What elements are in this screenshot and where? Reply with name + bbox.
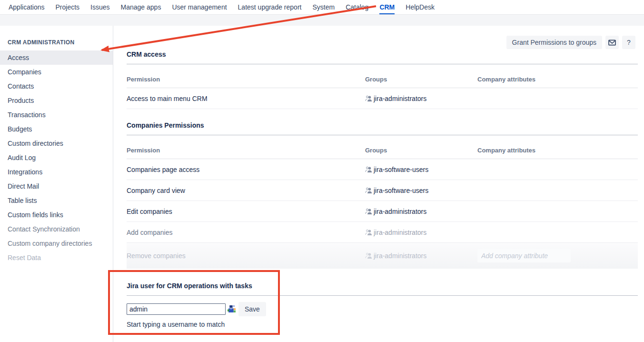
group-cell: jira-administrators: [365, 252, 477, 260]
permission-label: Companies page access: [127, 166, 365, 173]
sidebar-item-reset-data[interactable]: Reset Data: [0, 251, 113, 265]
group-cell: jira-software-users: [365, 187, 477, 194]
table-row: Company card view jira-software-users: [127, 180, 638, 201]
column-header-permission: Permission: [127, 76, 365, 83]
envelope-icon: [608, 40, 616, 46]
permission-label: Access to main menu CRM: [127, 95, 365, 102]
user-picker-icon[interactable]: [228, 305, 236, 313]
sidebar-item-contacts[interactable]: Contacts: [0, 79, 113, 93]
help-button[interactable]: ?: [622, 36, 635, 49]
nav-item-projects[interactable]: Projects: [56, 0, 80, 14]
company-attributes-cell: [477, 249, 638, 262]
crm-admin-sidebar: CRM ADMINISTRATION Access Companies Cont…: [0, 26, 113, 342]
group-icon: [365, 252, 374, 259]
sidebar-item-access[interactable]: Access: [0, 50, 113, 65]
table-row: Edit companies jira-administrators: [127, 201, 638, 222]
nav-item-crm-active[interactable]: CRM: [379, 0, 395, 14]
group-cell: jira-administrators: [365, 208, 477, 215]
nav-item-system[interactable]: System: [312, 0, 335, 14]
mail-button[interactable]: [605, 36, 619, 49]
sidebar-item-direct-mail[interactable]: Direct Mail: [0, 179, 113, 193]
sidebar-title: CRM ADMINISTRATION: [0, 39, 113, 46]
group-name: jira-software-users: [374, 187, 428, 194]
crm-access-table: Permission Groups Company attributes Acc…: [127, 76, 638, 109]
permission-label: Company card view: [127, 187, 365, 194]
table-row: Add companies jira-administrators: [127, 222, 638, 243]
nav-item-catalog[interactable]: Catalog: [346, 0, 368, 14]
companies-permissions-table: Permission Groups Company attributes Com…: [127, 147, 638, 269]
sidebar-item-transactions[interactable]: Transactions: [0, 108, 113, 122]
group-icon: [365, 95, 374, 102]
nav-item-manage-apps[interactable]: Manage apps: [121, 0, 161, 14]
sidebar-item-audit-log[interactable]: Audit Log: [0, 151, 113, 165]
save-button[interactable]: Save: [238, 302, 266, 316]
table-row: Access to main menu CRM: [127, 88, 638, 109]
jira-user-section: Jira user for CRM operations with tasks …: [127, 282, 638, 328]
username-hint-text: Start typing a username to match: [127, 321, 638, 328]
nav-item-applications[interactable]: Applications: [9, 0, 45, 14]
column-header-company-attributes: Company attributes: [477, 147, 638, 154]
group-cell: jira-administrators: [365, 95, 477, 102]
jira-user-section-heading: Jira user for CRM operations with tasks: [127, 282, 638, 296]
column-header-permission: Permission: [127, 147, 365, 154]
column-header-groups: Groups: [365, 147, 477, 154]
permission-label: Add companies: [127, 229, 365, 236]
group-icon: [365, 208, 374, 215]
column-header-groups: Groups: [365, 76, 477, 83]
nav-item-helpdesk[interactable]: HelpDesk: [406, 0, 435, 14]
nav-item-user-management[interactable]: User management: [172, 0, 227, 14]
sidebar-item-custom-directories[interactable]: Custom directories: [0, 136, 113, 151]
column-header-company-attributes: Company attributes: [477, 76, 638, 83]
sidebar-item-integrations[interactable]: Integrations: [0, 165, 113, 179]
companies-permissions-heading: Companies Permissions: [127, 121, 638, 135]
sidebar-item-budgets[interactable]: Budgets: [0, 122, 113, 136]
crm-access-heading: CRM access: [127, 50, 638, 64]
table-header-row: Permission Groups Company attributes: [127, 76, 638, 88]
sidebar-item-contact-synchronization[interactable]: Contact Synchronization: [0, 222, 113, 236]
add-company-attribute-input[interactable]: [477, 249, 571, 262]
permission-label: Edit companies: [127, 208, 365, 215]
group-cell: jira-software-users: [365, 166, 477, 173]
nav-item-issues[interactable]: Issues: [90, 0, 109, 14]
nav-item-latest-upgrade-report[interactable]: Latest upgrade report: [238, 0, 302, 14]
group-name: jira-administrators: [374, 229, 426, 236]
table-row: Companies page access jira-software-user…: [127, 159, 638, 180]
group-name: jira-software-users: [374, 166, 428, 173]
sidebar-item-table-lists[interactable]: Table lists: [0, 193, 113, 208]
table-header-row: Permission Groups Company attributes: [127, 147, 638, 159]
group-cell: jira-administrators: [365, 229, 477, 236]
table-row: Remove companies jira-administrators: [127, 243, 638, 269]
group-icon: [365, 229, 374, 236]
group-icon: [365, 166, 374, 173]
permission-label: Remove companies: [127, 252, 365, 260]
username-input[interactable]: [127, 303, 226, 315]
sidebar-item-custom-company-directories[interactable]: Custom company directories: [0, 236, 113, 251]
group-name: jira-administrators: [374, 208, 426, 215]
grant-permissions-button[interactable]: Grant Permissions to groups: [506, 36, 602, 49]
sidebar-item-companies[interactable]: Companies: [0, 65, 113, 79]
top-navigation: Applications Projects Issues Manage apps…: [0, 0, 644, 15]
group-name: jira-administrators: [374, 252, 426, 260]
subheader-band: [0, 15, 644, 26]
group-name: jira-administrators: [374, 95, 426, 102]
sidebar-item-custom-fields-links[interactable]: Custom fields links: [0, 208, 113, 222]
main-content: Grant Permissions to groups ? CRM access…: [113, 26, 644, 342]
action-buttons: Grant Permissions to groups ?: [506, 36, 635, 49]
sidebar-item-products[interactable]: Products: [0, 93, 113, 108]
group-icon: [365, 187, 374, 194]
